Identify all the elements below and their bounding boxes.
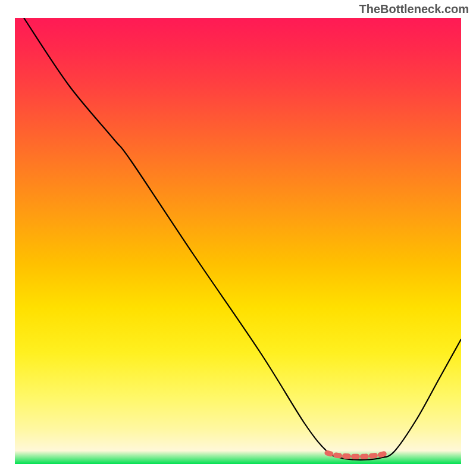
watermark-text: TheBottleneck.com [359,2,469,16]
gradient-background [15,18,461,464]
chart-svg [15,18,461,464]
chart-container: TheBottleneck.com [0,0,476,476]
